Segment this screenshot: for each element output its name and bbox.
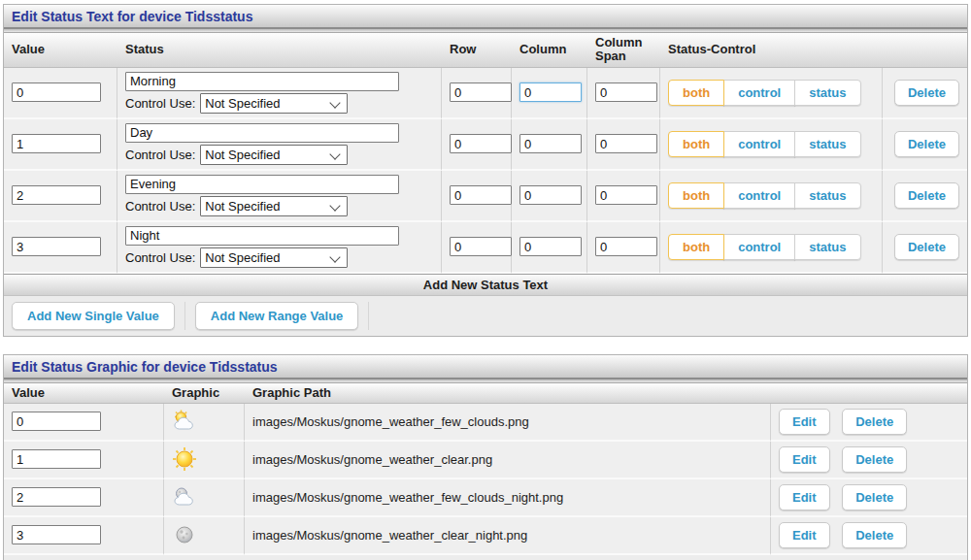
value-input[interactable] bbox=[12, 487, 101, 507]
delete-button[interactable]: Delete bbox=[894, 182, 959, 209]
status-graphic-row: images/Moskus/gnome_weather_clear_night.… bbox=[4, 517, 967, 555]
add-new-status-text-header: Add New Status Text bbox=[4, 274, 967, 296]
status-graphic-row: images/Moskus/gnome_weather_few_clouds.p… bbox=[4, 404, 967, 442]
clear-icon bbox=[172, 446, 197, 472]
column-input[interactable] bbox=[519, 134, 582, 153]
status-graphic-row: images/Moskus/gnome_weather_few_clouds_n… bbox=[4, 479, 967, 517]
delete-button[interactable]: Delete bbox=[842, 446, 907, 473]
column-input[interactable] bbox=[519, 82, 582, 102]
delete-button[interactable]: Delete bbox=[842, 484, 907, 511]
value-input[interactable] bbox=[12, 525, 101, 544]
status-input[interactable] bbox=[125, 226, 399, 246]
control-use-select-wrap: Not Specified bbox=[200, 247, 348, 268]
value-input[interactable] bbox=[12, 82, 101, 102]
status-graphic-section-title: Edit Status Graphic for device Tidsstatu… bbox=[4, 355, 967, 379]
edit-button[interactable]: Edit bbox=[779, 484, 830, 511]
status-text-header-row: Value Status Row Column Column Span Stat… bbox=[4, 33, 967, 68]
control-use-select[interactable]: Not Specified bbox=[200, 93, 348, 114]
value-input[interactable] bbox=[12, 134, 101, 153]
delete-button[interactable]: Delete bbox=[894, 234, 959, 260]
control-use-label: Control Use: bbox=[125, 199, 195, 214]
col-header-column-span: Column Span bbox=[587, 33, 660, 68]
delete-button[interactable]: Delete bbox=[842, 522, 907, 548]
status-button[interactable]: status bbox=[794, 182, 860, 209]
col-header-graphic-path: Graphic Path bbox=[245, 383, 771, 404]
col-header-graphic: Graphic bbox=[164, 383, 245, 404]
status-text-row: Control Use: Not Specified both control … bbox=[4, 119, 967, 171]
status-input[interactable] bbox=[125, 175, 399, 194]
col-header-value: Value bbox=[4, 383, 164, 404]
control-use-select[interactable]: Not Specified bbox=[200, 145, 348, 165]
status-text-section-title: Edit Status Text for device Tidsstatus bbox=[4, 5, 967, 29]
delete-button[interactable]: Delete bbox=[894, 131, 959, 157]
col-header-status-control: Status-Control bbox=[660, 33, 883, 68]
column-span-input[interactable] bbox=[595, 82, 657, 102]
column-span-input[interactable] bbox=[595, 134, 657, 153]
status-button[interactable]: status bbox=[794, 234, 860, 260]
both-button[interactable]: both bbox=[668, 234, 724, 260]
add-new-single-value-button[interactable]: Add New Single Value bbox=[12, 302, 175, 330]
column-input[interactable] bbox=[519, 237, 582, 256]
col-header-actions bbox=[771, 383, 967, 404]
column-span-input[interactable] bbox=[595, 237, 657, 256]
control-use-select[interactable]: Not Specified bbox=[200, 247, 348, 268]
edit-button[interactable]: Edit bbox=[779, 409, 830, 435]
control-use-label: Control Use: bbox=[125, 148, 195, 162]
delete-button[interactable]: Delete bbox=[842, 409, 907, 435]
both-button[interactable]: both bbox=[668, 131, 724, 157]
control-use-label: Control Use: bbox=[125, 250, 195, 265]
status-text-row: Control Use: Not Specified both control … bbox=[4, 171, 967, 222]
status-text-section: Edit Status Text for device Tidsstatus V… bbox=[3, 4, 968, 337]
control-use-select[interactable]: Not Specified bbox=[200, 196, 348, 216]
control-button[interactable]: control bbox=[723, 80, 795, 106]
col-header-row: Row bbox=[442, 33, 512, 68]
row-input[interactable] bbox=[450, 185, 512, 205]
status-graphic-section: Edit Status Graphic for device Tidsstatu… bbox=[3, 354, 968, 560]
status-graphic-row: images/Moskus/gnome_weather_clear.png Ed… bbox=[4, 442, 967, 479]
add-new-range-value-button[interactable]: Add New Range Value bbox=[195, 302, 359, 330]
delete-button[interactable]: Delete bbox=[894, 80, 959, 106]
status-control-group: both control status bbox=[668, 131, 861, 157]
column-span-input[interactable] bbox=[595, 185, 657, 205]
status-graphic-table: Value Graphic Graphic Path bbox=[4, 383, 967, 555]
status-text-row: Control Use: Not Specified both control … bbox=[4, 68, 967, 119]
row-input[interactable] bbox=[450, 82, 512, 102]
control-use-select-wrap: Not Specified bbox=[200, 93, 348, 114]
row-input[interactable] bbox=[450, 134, 512, 153]
status-graphic-header-row: Value Graphic Graphic Path bbox=[4, 383, 967, 404]
control-use-select-wrap: Not Specified bbox=[200, 145, 348, 165]
status-control-group: both control status bbox=[668, 234, 861, 260]
edit-button[interactable]: Edit bbox=[779, 522, 830, 548]
few-clouds-icon bbox=[172, 409, 197, 434]
both-button[interactable]: both bbox=[668, 80, 724, 106]
edit-button[interactable]: Edit bbox=[779, 446, 830, 473]
control-button[interactable]: control bbox=[723, 131, 795, 157]
graphic-path: images/Moskus/gnome_weather_few_clouds.p… bbox=[245, 404, 771, 442]
value-input[interactable] bbox=[12, 449, 101, 469]
graphic-path: images/Moskus/gnome_weather_clear.png bbox=[245, 442, 771, 479]
value-input[interactable] bbox=[12, 237, 101, 256]
status-graphic-footer: Add New Single Graphic Add New Range Gra… bbox=[4, 555, 967, 560]
col-header-column: Column bbox=[512, 33, 587, 68]
status-text-row: Control Use: Not Specified both control … bbox=[4, 222, 967, 274]
status-input[interactable] bbox=[125, 123, 399, 143]
status-button[interactable]: status bbox=[794, 80, 860, 106]
status-text-footer: Add New Single Value Add New Range Value bbox=[4, 296, 967, 336]
value-input[interactable] bbox=[12, 185, 101, 205]
status-text-table: Value Status Row Column Column Span Stat… bbox=[4, 33, 967, 274]
clear-night-icon bbox=[172, 522, 197, 547]
col-header-actions bbox=[883, 33, 967, 68]
status-button[interactable]: status bbox=[794, 131, 860, 157]
row-input[interactable] bbox=[450, 237, 512, 256]
column-input[interactable] bbox=[519, 185, 582, 205]
status-input[interactable] bbox=[125, 72, 399, 91]
col-header-value: Value bbox=[4, 33, 117, 68]
graphic-path: images/Moskus/gnome_weather_few_clouds_n… bbox=[245, 479, 771, 517]
control-button[interactable]: control bbox=[723, 182, 795, 209]
status-control-group: both control status bbox=[668, 80, 861, 106]
graphic-path: images/Moskus/gnome_weather_clear_night.… bbox=[245, 517, 771, 555]
control-button[interactable]: control bbox=[723, 234, 795, 260]
both-button[interactable]: both bbox=[668, 182, 724, 209]
status-control-group: both control status bbox=[668, 182, 861, 209]
value-input[interactable] bbox=[12, 412, 101, 431]
